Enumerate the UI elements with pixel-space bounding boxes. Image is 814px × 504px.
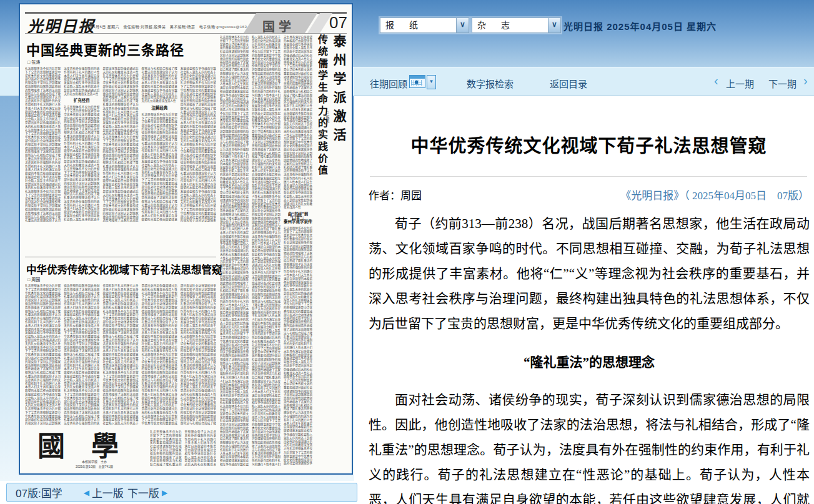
thumb-article2-subhead1: 由“书经”到“口言”：泰州学派学说传播媒介的嬗迁 <box>284 212 312 223</box>
masthead-info: 2025年4月5日 星期六 责任编辑:刘博超,殷泽昊 美术编辑:杨震 电子信箱:… <box>80 24 256 29</box>
page-number: 07 <box>329 13 347 32</box>
thumb-article3-headline[interactable]: 中华优秀传统文化视域下荀子礼法思想管窥 <box>26 262 222 277</box>
masthead-date: 光明日报 2025年04月05日 星期六 <box>563 19 717 32</box>
calendar-icon-day <box>415 81 418 84</box>
article-paragraph-1: 荀子（约前313—前238）名况，战国后期著名思想家，他生活在政局动荡、文化领域… <box>369 211 810 336</box>
prev-page-link[interactable]: 上一版 <box>92 485 124 500</box>
newspaper-select[interactable]: 报 纸 ∨ <box>380 17 469 33</box>
thumb-article2-headline[interactable]: 泰州学派激活 传统儒学生命力的实践价值 <box>314 34 348 219</box>
sim-text: 礼法思想体系不仅为后世留下了宝贵的思想财富更是中华优秀传统文化的重要组成部分面对… <box>25 284 216 425</box>
imprint-line2: 2025年第10期 总第741期 <box>41 464 147 469</box>
current-page-label: 07版:国学 <box>16 485 62 500</box>
calendar-icon[interactable] <box>409 75 425 88</box>
thumb-article1-headline[interactable]: 中国经典更新的三条路径 <box>26 39 184 59</box>
article-author: 作者：周园 <box>369 190 422 202</box>
next-issue-chevron-icon[interactable]: › <box>803 74 808 88</box>
thumb-article1-text: 礼法思想体系不仅为后世留下了宝贵的思想财富更是中华优秀传统文化的重要组成部分面对… <box>25 67 216 224</box>
next-issue-link[interactable]: 下一期 <box>768 77 797 90</box>
page-navigation-bar: 07版:国学 ◀ 上一版 下一版 ▶ <box>6 483 357 502</box>
nav-search-link[interactable]: 数字报检索 <box>467 77 514 90</box>
next-page-link[interactable]: 下一版 <box>127 485 159 500</box>
masthead-bottom-rule <box>25 33 347 34</box>
thumb-article2-text: 礼法思想体系不仅为后世留下了宝贵的思想财富更是中华优秀传统文化的重要组成部分面对… <box>220 36 312 469</box>
calendar-icon-top <box>410 76 425 79</box>
magazine-select[interactable]: 杂 志 ∨ <box>472 17 561 33</box>
nav-back-to-contents-link[interactable]: 返回目录 <box>550 77 587 90</box>
prev-page-arrow-icon[interactable]: ◀ <box>84 488 89 497</box>
imprint: 本报国学版 主办 2025年第10期 总第741期 <box>41 459 147 469</box>
prev-issue-chevron-icon[interactable]: ‹ <box>714 74 718 88</box>
article-title: 中华优秀传统文化视域下荀子礼法思想管窥 <box>369 131 809 157</box>
calendar-picker[interactable]: ▼ <box>409 75 436 89</box>
title-divider <box>370 176 807 177</box>
chevron-down-icon[interactable]: ∨ <box>548 18 560 32</box>
prev-issue-link[interactable]: 上一期 <box>726 77 754 90</box>
newspaper-page-inner: 光明日报 2025年4月5日 星期六 责任编辑:刘博超,殷泽昊 美术编辑:杨震 … <box>20 4 352 473</box>
thumb-article3-text: 礼法思想体系不仅为后世留下了宝贵的思想财富更是中华优秀传统文化的重要组成部分面对… <box>25 284 216 428</box>
next-page-arrow-icon[interactable]: ▶ <box>162 488 167 497</box>
nav-archive-link[interactable]: 往期回顾 <box>370 77 407 90</box>
thumb-article1-author: □ 张涛 <box>27 59 40 65</box>
calendar-dropdown-icon[interactable]: ▼ <box>427 75 436 89</box>
guoxue-calligraphy: 國學 <box>37 424 145 464</box>
thumb-article3-text-tail: 礼法思想体系不仅为后世留下了宝贵的思想财富更是中华优秀传统文化的重要组成部分面对… <box>150 430 216 469</box>
article-paragraph-2: 面对社会动荡、诸侯纷争的现实，荀子深刻认识到儒家德治思想的局限性。因此，他创造性… <box>369 387 810 504</box>
magazine-select-value: 杂 志 <box>477 20 516 30</box>
thumb-article2-headline-line1: 泰州学派激活 <box>332 34 346 147</box>
newspaper-select-value: 报 纸 <box>385 20 424 30</box>
chevron-down-icon[interactable]: ∨ <box>456 18 469 32</box>
article-meta-row: 作者：周园 《光明日报》（ 2025年04月05日 07版） <box>369 187 809 202</box>
article-section-heading: “隆礼重法”的思想理念 <box>369 350 810 375</box>
imprint-line1: 本报国学版 主办 <box>41 459 147 464</box>
article-source: 《光明日报》（ 2025年04月05日 07版） <box>620 187 809 202</box>
section-band-label: 国学 <box>262 17 295 35</box>
thumb-article1-subhead1: 扩充经目 <box>64 99 99 102</box>
newspaper-page-thumbnail[interactable]: 光明日报 2025年4月5日 星期六 责任编辑:刘博超,殷泽昊 美术编辑:杨震 … <box>19 3 353 475</box>
article-body: 荀子（约前313—前238）名况，战国后期著名思想家，他生活在政局动荡、文化领域… <box>369 211 810 504</box>
thumb-article3-author: □ 周园 <box>27 276 40 282</box>
thumb-article2-headline-line2: 传统儒学生命力的实践价值 <box>317 34 327 177</box>
thumb-article1-subhead2: 注解经典 <box>142 106 177 110</box>
article-divider <box>25 257 216 257</box>
sim-text: 礼法思想体系不仅为后世留下了宝贵的思想财富更是中华优秀传统文化的重要组成部分面对… <box>150 430 216 466</box>
